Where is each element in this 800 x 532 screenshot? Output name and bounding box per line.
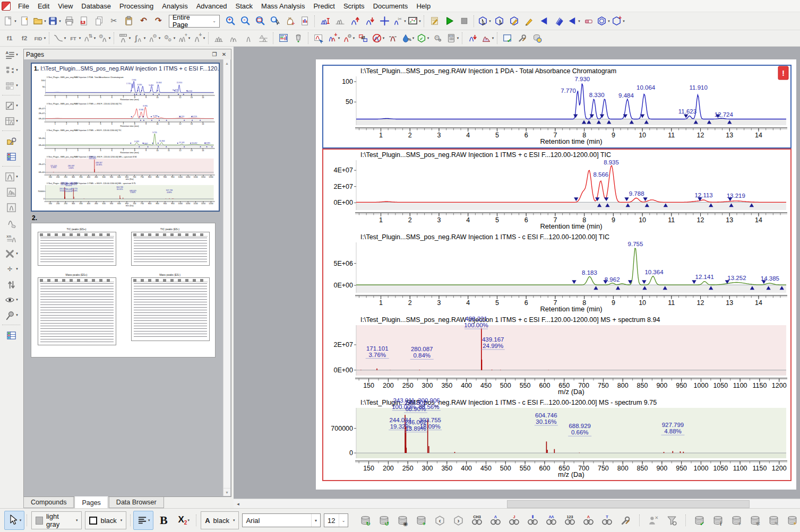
menu-item-help[interactable]: Help	[412, 1, 435, 12]
app-icon[interactable]	[2, 2, 11, 11]
single-plot-button[interactable]	[241, 31, 256, 46]
trace-options-button[interactable]: ⚙▾	[341, 31, 356, 46]
stacked-mode-button[interactable]	[256, 31, 271, 46]
menu-item-mass-analysis[interactable]: Mass Analysis	[257, 1, 309, 12]
multiply-spectra-button[interactable]: xn	[2, 231, 21, 246]
stop-macro-button[interactable]	[457, 13, 471, 29]
prev-record-button[interactable]: ‹	[433, 513, 448, 528]
undo-button[interactable]: ↶	[136, 13, 151, 29]
overlay-plots-button[interactable]	[226, 31, 241, 46]
compound-table-button[interactable]	[2, 328, 21, 343]
window-function-button[interactable]: ▾	[52, 31, 67, 46]
new-from-template-button[interactable]: ✦	[17, 13, 32, 29]
db-export-button[interactable]: ↺	[377, 513, 392, 528]
font-size-select[interactable]: 12 ⌄	[324, 513, 348, 527]
open-button[interactable]: ▾	[32, 13, 47, 29]
subscript-button[interactable]: X2▾	[174, 511, 194, 530]
select-atoms-button[interactable]	[492, 13, 506, 29]
swap-view-button[interactable]: ⇄	[356, 31, 371, 46]
chart-pda[interactable]: I:\Test_Plugin...SMS_pos_neg.RAW Injecti…	[323, 66, 790, 146]
hide-curve-button[interactable]: ▾	[371, 31, 385, 46]
fid-button[interactable]: FID▾	[32, 31, 47, 46]
stereo-bond-button[interactable]	[551, 13, 566, 29]
delete-object-button[interactable]: ▾	[2, 246, 21, 261]
scroll-down-icon[interactable]: ▼	[223, 488, 230, 496]
crosshair-tracking-button[interactable]	[377, 13, 392, 29]
select-tool-button[interactable]: ▾	[4, 511, 24, 530]
menu-item-analysis[interactable]: Analysis	[158, 1, 192, 12]
tab-compounds[interactable]: Compounds	[23, 497, 74, 508]
close-panel-icon[interactable]: ✕	[219, 50, 229, 59]
bond-tools-button[interactable]: ▾	[566, 13, 581, 29]
fourier-transform-button[interactable]: FT▾	[67, 31, 82, 46]
db-flash-button[interactable]: ⚡	[785, 513, 800, 528]
zoom-pointer-button[interactable]	[268, 13, 282, 29]
draw-bond-button[interactable]	[521, 13, 536, 29]
horizontal-scrollbar[interactable]: ◂	[234, 499, 800, 508]
search-formula-button[interactable]: CH3	[470, 513, 485, 528]
db-info-button[interactable]: i	[711, 513, 726, 528]
search-peaks-button[interactable]: ΛΛ	[544, 513, 559, 528]
chart-tic-pos[interactable]: I:\Test_Plugin...SMS_pos_neg.RAW Injecti…	[323, 150, 790, 231]
menu-item-processing[interactable]: Processing	[115, 1, 158, 12]
integration-button[interactable]: ∫▾	[132, 31, 147, 46]
quantitation-button[interactable]: %▾	[400, 31, 415, 46]
component-search-button[interactable]: ⚙	[430, 31, 445, 46]
font-name-select[interactable]: Arial ▾	[242, 513, 321, 527]
search-options-button[interactable]	[618, 513, 633, 528]
db-options-button[interactable]	[530, 31, 545, 46]
chart-tic-neg[interactable]: I:\Test_Plugin...SMS_pos_neg.RAW Injecti…	[323, 232, 790, 314]
shrink-peak-button[interactable]	[362, 13, 377, 29]
zoom-region-button[interactable]	[253, 13, 268, 29]
f1-button[interactable]: f1	[2, 31, 17, 46]
menu-item-advanced[interactable]: Advanced	[192, 1, 231, 12]
font-color-dropdown[interactable]: A black ▾	[201, 511, 239, 529]
pages-scrollbar[interactable]: ▲ ▼	[223, 59, 230, 496]
chart-ms-neg[interactable]: I:\Test_Plugin...SMS_pos_neg.RAW Injecti…	[323, 397, 790, 479]
peak-window-button[interactable]: ▾	[2, 169, 21, 184]
search-text-button[interactable]: T	[600, 513, 615, 528]
erase-structure-button[interactable]	[581, 13, 596, 29]
cut-button[interactable]: ✂	[106, 13, 121, 29]
paste-button[interactable]	[121, 13, 136, 29]
expand-peak-button[interactable]	[347, 13, 362, 29]
zoom-in-button[interactable]: +	[223, 13, 238, 29]
fit-zoom-button[interactable]: ▾	[2, 98, 21, 113]
pin-annotation-button[interactable]: ▾	[2, 308, 21, 322]
page-preview-button[interactable]	[297, 13, 312, 29]
check-component-button[interactable]: ✔▾	[415, 31, 430, 46]
search-curve-button[interactable]: Λ	[488, 513, 503, 528]
normal-bond-button[interactable]	[536, 13, 551, 29]
baseline-correction-button[interactable]: ⚙▾	[97, 31, 111, 46]
options-tools-button[interactable]	[515, 31, 530, 46]
copy-button[interactable]	[91, 13, 106, 29]
filter-records-button[interactable]	[665, 513, 679, 528]
db-view-button[interactable]: ◉	[395, 513, 410, 528]
add-traces-button[interactable]: +▾	[326, 31, 341, 46]
page-thumbnail-2[interactable]: TIC peaks (ES+)TIC peaks (ES-)Mass peaks…	[31, 223, 216, 357]
calibration-curve-button[interactable]: ▾	[407, 13, 421, 29]
edit-macro-button[interactable]	[427, 13, 442, 29]
menu-item-scripts[interactable]: Scripts	[339, 1, 369, 12]
verify-peaks-button[interactable]	[465, 31, 480, 46]
full-range-button[interactable]	[317, 13, 332, 29]
report-window-button[interactable]	[276, 31, 291, 46]
benzene-ring-button[interactable]: ▾	[596, 13, 610, 29]
user-cancel-button[interactable]: ✕	[646, 513, 661, 528]
fill-color-dropdown[interactable]: light gray ▾	[31, 511, 82, 529]
scroll-left-icon[interactable]: ◂	[234, 499, 243, 508]
single-peak-button[interactable]	[2, 200, 21, 215]
validate-window-button[interactable]: ✔	[500, 31, 515, 46]
menu-item-database[interactable]: Database	[77, 1, 115, 12]
arrange-pages-button[interactable]: ▾	[2, 78, 21, 93]
select-structure-button[interactable]: ▾	[477, 13, 492, 29]
tab-pages[interactable]: Pages	[74, 496, 108, 509]
divide-spectra-button[interactable]: ÷▾	[2, 261, 21, 276]
new-document-button[interactable]: ▾	[2, 13, 17, 29]
db-new-record-button[interactable]: +	[729, 513, 744, 528]
table-chart-button[interactable]	[2, 149, 21, 164]
area-histogram-button[interactable]: ▾	[480, 31, 495, 46]
print-button[interactable]	[62, 13, 76, 29]
draw-structure-button[interactable]	[506, 13, 521, 29]
stack-plots-button[interactable]	[211, 31, 226, 46]
